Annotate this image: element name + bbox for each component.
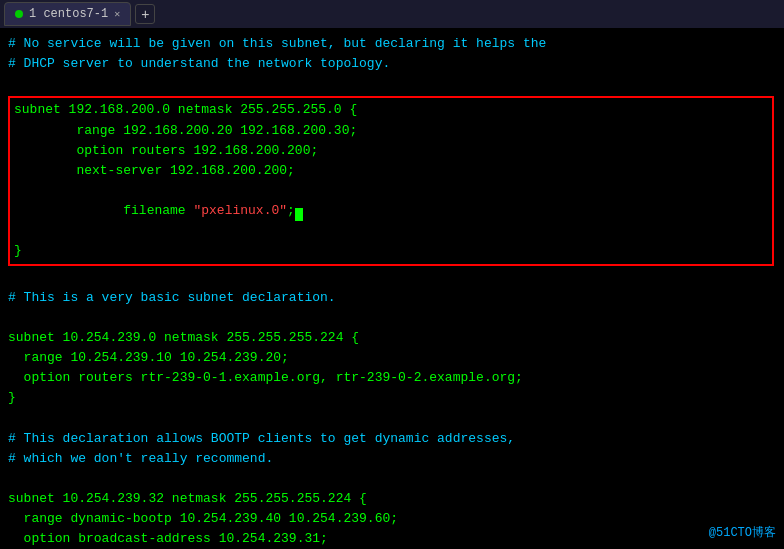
block3-line2: range dynamic-bootp 10.254.239.40 10.254…: [8, 509, 776, 529]
block3-line1: subnet 10.254.239.32 netmask 255.255.255…: [8, 489, 776, 509]
block1-line1: subnet 192.168.200.0 netmask 255.255.255…: [14, 100, 768, 120]
close-icon[interactable]: ✕: [114, 8, 120, 20]
block2-line4: }: [8, 388, 776, 408]
watermark: @51CTO博客: [709, 524, 776, 543]
block1-line3: option routers 192.168.200.200;: [14, 141, 768, 161]
comment-line-1: # No service will be given on this subne…: [8, 34, 776, 54]
block3-line3: option broadcast-address 10.254.239.31;: [8, 529, 776, 549]
block2-line1: subnet 10.254.239.0 netmask 255.255.255.…: [8, 328, 776, 348]
highlighted-block: subnet 192.168.200.0 netmask 255.255.255…: [8, 96, 774, 265]
comment-line-4: # This declaration allows BOOTP clients …: [8, 429, 776, 449]
string-value: "pxelinux.0": [193, 203, 287, 218]
comment-line-5: # which we don't really recommend.: [8, 449, 776, 469]
cursor: [295, 208, 303, 221]
block2-line2: range 10.254.239.10 10.254.239.20;: [8, 348, 776, 368]
block1-line4: next-server 192.168.200.200;: [14, 161, 768, 181]
new-tab-button[interactable]: +: [135, 4, 155, 24]
tab-dot: [15, 10, 23, 18]
block1-line6: }: [14, 241, 768, 261]
comment-line-3: # This is a very basic subnet declaratio…: [8, 288, 776, 308]
terminal-content: # No service will be given on this subne…: [0, 28, 784, 549]
comment-line-2: # DHCP server to understand the network …: [8, 54, 776, 74]
tab-centos7-1[interactable]: 1 centos7-1 ✕: [4, 2, 131, 26]
block1-line5: filename "pxelinux.0";: [14, 181, 768, 241]
block1-line2: range 192.168.200.20 192.168.200.30;: [14, 121, 768, 141]
block2-line3: option routers rtr-239-0-1.example.org, …: [8, 368, 776, 388]
tab-bar: 1 centos7-1 ✕ +: [0, 0, 784, 28]
tab-label: 1 centos7-1: [29, 7, 108, 21]
